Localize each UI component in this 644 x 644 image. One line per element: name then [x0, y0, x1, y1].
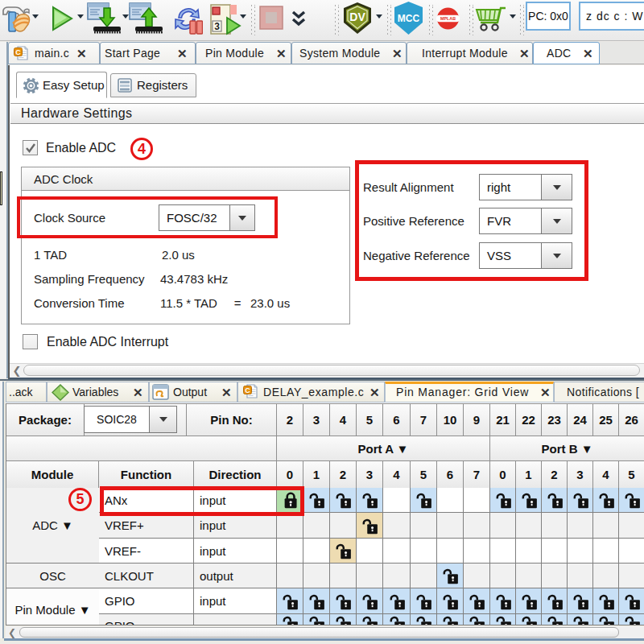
svg-text:DV: DV [349, 10, 365, 23]
svg-text:MCC: MCC [398, 13, 420, 24]
svg-text:C: C [15, 48, 21, 56]
svg-text:3: 3 [214, 21, 220, 32]
svg-text:MPLAB: MPLAB [440, 16, 456, 21]
svg-text:C: C [245, 386, 250, 394]
